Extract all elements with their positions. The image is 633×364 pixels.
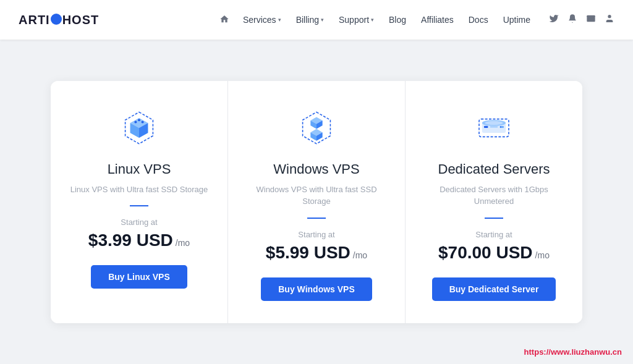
nav-home-link[interactable] xyxy=(215,11,234,30)
windows-vps-price-row: $5.99 USD /mo xyxy=(266,243,367,263)
buy-linux-vps-button[interactable]: Buy Linux VPS xyxy=(91,265,187,289)
buy-dedicated-server-button[interactable]: Buy Dedicated Server xyxy=(432,277,556,301)
svg-point-8 xyxy=(142,121,144,123)
svg-rect-23 xyxy=(490,126,498,127)
logo-text-arti: ARTI xyxy=(19,13,50,27)
services-caret-icon: ▾ xyxy=(278,17,281,23)
linux-vps-description: Linux VPS with Ultra fast SSD Storage xyxy=(70,184,208,196)
windows-vps-price: $5.99 USD xyxy=(266,243,350,263)
user-icon-button[interactable] xyxy=(605,14,614,26)
nav-docs-label: Docs xyxy=(469,15,488,25)
navbar: ARTIHOST Services ▾ Billing ▾ Suppo xyxy=(0,0,633,40)
bell-icon-button[interactable] xyxy=(567,14,577,26)
nav-blog-link[interactable]: Blog xyxy=(383,11,412,28)
linux-vps-price: $3.99 USD xyxy=(88,231,173,250)
card-windows-vps: Windows VPS Windows VPS with Ultra fast … xyxy=(228,81,406,323)
windows-vps-period: /mo xyxy=(353,250,367,260)
logo[interactable]: ARTIHOST xyxy=(19,13,99,27)
svg-point-6 xyxy=(134,121,137,123)
svg-point-25 xyxy=(502,125,504,127)
nav-support-label: Support xyxy=(339,15,369,25)
linux-vps-period: /mo xyxy=(176,238,190,248)
nav-uptime-link[interactable]: Uptime xyxy=(497,11,537,28)
windows-vps-description: Windows VPS with Ultra fast SSD Storage xyxy=(247,184,386,208)
nav-billing-label: Billing xyxy=(296,15,319,25)
linux-vps-icon xyxy=(117,106,161,150)
svg-point-0 xyxy=(608,15,611,18)
nav-icon-group xyxy=(549,14,614,26)
nav-docs-link[interactable]: Docs xyxy=(462,11,495,28)
svg-point-21 xyxy=(485,121,503,124)
linux-vps-price-row: $3.99 USD /mo xyxy=(88,231,190,250)
windows-vps-icon xyxy=(294,106,339,150)
windows-vps-title: Windows VPS xyxy=(273,161,359,177)
svg-point-24 xyxy=(500,125,502,127)
nav-services-label: Services xyxy=(243,15,276,25)
dedicated-servers-price: $70.00 USD xyxy=(438,243,533,263)
main-content: Linux VPS Linux VPS with Ultra fast SSD … xyxy=(0,40,633,364)
svg-rect-22 xyxy=(484,125,488,127)
linux-vps-starting-at: Starting at xyxy=(121,218,157,227)
nav-support-link[interactable]: Support ▾ xyxy=(333,11,380,28)
mail-icon-button[interactable] xyxy=(586,14,596,26)
nav-affiliates-link[interactable]: Affiliates xyxy=(415,11,460,28)
nav-links: Services ▾ Billing ▾ Support ▾ Blog Affi… xyxy=(215,11,537,30)
dedicated-servers-divider xyxy=(485,218,503,219)
home-icon xyxy=(219,14,229,26)
linux-vps-title: Linux VPS xyxy=(108,161,171,177)
logo-text-host: HOST xyxy=(62,13,100,27)
buy-windows-vps-button[interactable]: Buy Windows VPS xyxy=(261,277,372,301)
dedicated-servers-icon xyxy=(472,106,516,150)
support-caret-icon: ▾ xyxy=(371,17,374,23)
nav-blog-label: Blog xyxy=(389,15,406,25)
nav-services-link[interactable]: Services ▾ xyxy=(237,11,287,28)
windows-vps-starting-at: Starting at xyxy=(298,230,334,239)
linux-vps-divider xyxy=(130,205,148,206)
billing-caret-icon: ▾ xyxy=(321,17,324,23)
watermark: https://www.liuzhanwu.cn xyxy=(524,347,622,357)
cards-container: Linux VPS Linux VPS with Ultra fast SSD … xyxy=(51,81,582,323)
nav-uptime-label: Uptime xyxy=(503,15,530,25)
dedicated-servers-period: /mo xyxy=(535,250,550,260)
twitter-icon-button[interactable] xyxy=(549,14,559,26)
svg-point-7 xyxy=(138,119,140,121)
windows-vps-divider xyxy=(307,218,326,219)
dedicated-servers-price-row: $70.00 USD /mo xyxy=(438,243,550,263)
nav-affiliates-label: Affiliates xyxy=(421,15,454,25)
card-linux-vps: Linux VPS Linux VPS with Ultra fast SSD … xyxy=(51,81,228,323)
logo-circle-icon xyxy=(51,14,62,25)
card-dedicated-servers: Dedicated Servers Dedicated Servers with… xyxy=(406,81,582,323)
dedicated-servers-title: Dedicated Servers xyxy=(438,161,550,177)
nav-billing-link[interactable]: Billing ▾ xyxy=(290,11,330,28)
dedicated-servers-starting-at: Starting at xyxy=(475,230,512,239)
dedicated-servers-description: Dedicated Servers with 1Gbps Unmetered xyxy=(424,184,564,208)
